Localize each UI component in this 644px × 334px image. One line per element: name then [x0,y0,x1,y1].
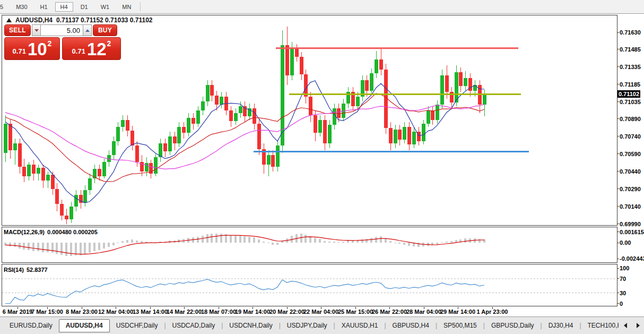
buy-price-prefix: 0.71 [72,47,85,55]
chart-tab-XAUUSD-H1[interactable]: XAUUSD,H1 [335,319,385,332]
macd-bar [103,243,105,249]
volume-decrease-button[interactable] [32,24,41,36]
macd-bar [333,242,335,243]
candle-body [135,145,139,162]
macd-bar [314,238,316,243]
candle-body [116,127,120,141]
macd-bar [211,234,213,243]
chart-tab-SP500-M15[interactable]: SP500,M15 [437,319,483,332]
time-axis-label: 7 Mar 15:00 [31,309,63,315]
macd-bar [19,243,21,249]
macd-current-values: 0.000480 0.000205 [47,229,98,235]
candle-body [41,168,45,181]
candle-body [455,72,458,102]
candle-body [154,157,158,174]
scroll-left-icon [624,323,627,328]
candle-body [483,95,486,105]
time-axis-label: 22 Mar 04:00 [303,309,338,315]
tab-scroll-right-button[interactable] [634,321,642,330]
chart-tab-USDCNH-Daily[interactable]: USDCNH,Daily [223,319,279,332]
macd-bar [230,235,232,243]
macd-bar [243,236,246,243]
candle-body [177,127,181,143]
macd-bar [192,237,194,243]
macd-bar [436,243,438,244]
time-axis-label: 28 Mar 04:00 [406,309,441,315]
candle-body [290,49,294,76]
price-axis-label: 0.70590 [620,151,641,157]
tab-scroll-buttons [622,321,642,330]
macd-bar [263,242,265,243]
price-axis-label: 0.71485 [620,46,641,53]
candle-body [243,106,247,117]
chart-tab-USDCHF-Daily[interactable]: USDCHF,Daily [110,319,164,332]
time-axis-label: 8 Mar 23:00 [66,309,98,315]
sell-button[interactable]: SELL [4,24,31,36]
chart-tab-USDJPY-Daily[interactable]: USDJPY,Daily [281,319,334,332]
timeframe-button-W1[interactable]: W1 [95,2,115,12]
macd-bar [394,243,396,243]
candle-body [98,169,101,176]
macd-bar [42,243,44,252]
candle-body [27,165,31,176]
sell-price-button[interactable]: 0.71 10 2 [4,37,60,60]
timeframe-button-M30[interactable]: M30 [11,2,32,12]
price-axis-label: 0.69990 [620,221,641,227]
price-axis-label: 0.71185 [620,81,640,88]
rsi-axis-label: 70 [620,276,626,282]
macd-bar [380,236,382,243]
macd-bar [253,237,255,243]
candle-body [206,85,210,101]
volume-increase-button[interactable] [83,24,92,36]
timeframe-button-H1[interactable]: H1 [35,2,53,12]
candle-body [121,120,125,127]
buy-button[interactable]: BUY [93,24,117,36]
macd-bar [60,243,63,255]
candle-body [8,124,12,151]
tab-scroll-left-button[interactable] [622,321,629,330]
chart-tab-EURUSD-Daily[interactable]: EURUSD,Daily [3,319,59,332]
macd-bar [398,243,401,244]
candle-body [295,49,299,57]
macd-bar [131,239,133,243]
candle-body [257,124,261,149]
rsi-label: RSI(14) 52.8377 [4,267,48,273]
macd-bar [446,242,448,243]
chart-tab-USDCAD-Daily[interactable]: USDCAD,Daily [166,319,222,332]
chart-tab-GBPUSD-Daily[interactable]: GBPUSD,Daily [485,319,541,332]
candle-body [445,75,449,92]
macd-axis-label: -0.002443 [620,255,644,262]
candle-body [407,127,411,144]
macd-bar [89,243,91,253]
candle-body [201,101,205,111]
macd-bar [136,241,138,243]
time-axis-label: 26 Mar 22:00 [372,309,407,315]
candle-body [145,163,149,171]
macd-axis-label: 0.00 [620,239,631,246]
macd-bar [352,241,354,243]
timeframe-button-H4[interactable]: H4 [55,2,73,12]
volume-value[interactable]: 5.00 [41,24,83,36]
time-axis-label: 14 Mar 22:00 [167,309,202,315]
macd-bar [300,234,302,243]
chart-tab-AUDUSD-H4[interactable]: AUDUSD,H4 [59,319,110,332]
chart-tab-TECH100-H1[interactable]: TECH100,H1 [581,319,619,332]
chart-tab-GBPUSD-H4[interactable]: GBPUSD,H4 [386,319,436,332]
current-price-value: 0.71102 [619,91,639,97]
price-axis-label: 0.71630 [620,29,641,36]
candle-body [314,115,317,133]
macd-bar [347,241,349,243]
time-axis-label: 12 Mar 04:00 [98,309,133,315]
expand-triangle-icon[interactable] [6,18,12,22]
macd-bar [84,243,86,254]
buy-price-button[interactable]: 0.71 12 2 [62,37,121,60]
macd-bar [408,243,410,246]
timeframe-button-MN[interactable]: MN [117,2,136,12]
time-axis-label: 29 Mar 14:00 [440,309,475,315]
sell-price-sup: 2 [48,39,52,48]
timeframe-button-5[interactable]: 5 [0,2,8,12]
candle-body [304,74,308,97]
chart-tab-DJ30-H4[interactable]: DJ30,H4 [542,319,580,332]
candle-body [267,155,271,165]
timeframe-button-D1[interactable]: D1 [75,2,93,12]
